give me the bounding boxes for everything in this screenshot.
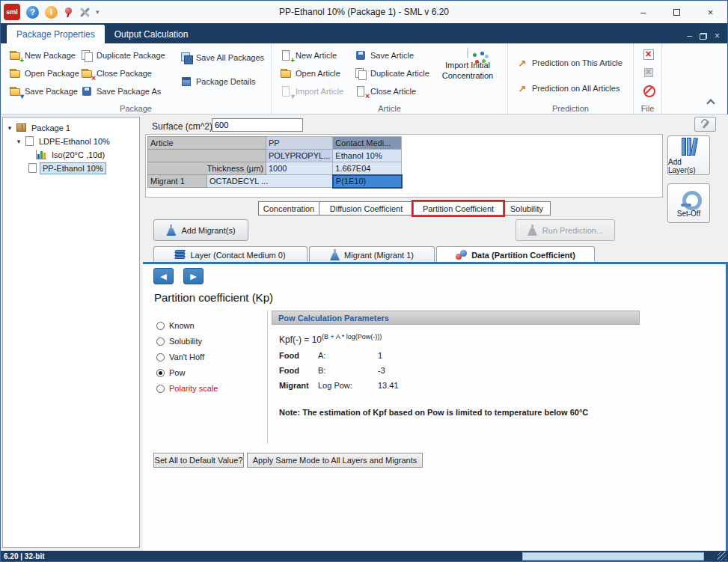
prediction-this-article-button[interactable]: ↗ Prediction on This Article <box>513 54 630 72</box>
grid-thickness-contact-cell[interactable]: 1.667E04 <box>333 162 402 175</box>
set-default-button[interactable]: Set All to Default Value? <box>153 453 244 468</box>
formula-base: Kpf(-) = 10 <box>279 335 322 345</box>
radio-known[interactable]: Known <box>156 320 195 332</box>
grid-partition-selected-cell[interactable]: P(1E10) <box>333 175 402 188</box>
package-details-button[interactable]: Package Details <box>177 73 268 91</box>
file-close-icon[interactable] <box>643 49 655 61</box>
info-icon[interactable]: i <box>45 6 58 19</box>
import-initial-concentration-icon <box>467 47 468 59</box>
maximize-icon[interactable] <box>660 1 694 23</box>
import-article-button[interactable]: ▾ Import Article <box>276 82 351 100</box>
duplicate-article-button[interactable]: Duplicate Article <box>351 64 435 82</box>
tab-output-calculation[interactable]: Output Calculation <box>105 25 198 43</box>
param-value: 13.41 <box>378 381 399 390</box>
ribbon-group-file: File <box>634 43 662 114</box>
radio-polarity-scale[interactable]: Polarity scale <box>156 382 218 394</box>
radio-solubility[interactable]: Solubility <box>156 335 202 347</box>
expander-icon[interactable]: ▾ <box>15 138 22 145</box>
close-package-button[interactable]: × Close Package <box>77 64 177 82</box>
resize-grip[interactable] <box>718 552 727 561</box>
tree-item-iso[interactable]: Iso(20°C ,10d) <box>36 148 107 161</box>
new-package-button[interactable]: + New Package <box>5 46 77 64</box>
grid-migrant-name-cell[interactable]: OCTADECYL ... <box>207 175 333 188</box>
page-title: Partition coefficient (Kp) <box>154 291 273 304</box>
close-package-label: Close Package <box>97 69 152 78</box>
close-article-button[interactable]: × Close Article <box>351 82 435 100</box>
prediction-all-articles-button[interactable]: ↗ Prediction on All Articles <box>513 79 630 97</box>
open-package-button[interactable]: Open Package <box>5 64 77 82</box>
tab-partition-coefficient[interactable]: Partition Coefficient <box>413 201 504 216</box>
surface-input[interactable] <box>212 118 303 132</box>
radio-solubility-icon[interactable] <box>156 337 165 346</box>
subtab-data[interactable]: Data (Partition Coefficient) <box>436 246 595 263</box>
mdi-restore-icon[interactable] <box>700 33 707 40</box>
save-package-as-button[interactable]: Save Package As <box>77 82 177 100</box>
duplicate-package-button[interactable]: Duplicate Package <box>77 46 177 64</box>
radio-polarity-scale-icon[interactable] <box>156 385 165 393</box>
pin-icon[interactable] <box>64 7 73 16</box>
tree-item-package1[interactable]: ▾ Package 1 <box>6 121 73 134</box>
save-all-packages-button[interactable]: Save All Packages <box>177 49 268 67</box>
collapse-ribbon-icon[interactable] <box>707 98 714 105</box>
tree-item-pp-selected[interactable]: PP-Ethanol 10% <box>28 162 106 174</box>
grid-pp-header[interactable]: PP <box>266 137 333 150</box>
subtab-migrant[interactable]: Migrant (Migrant 1) <box>309 246 435 263</box>
set-off-button[interactable]: Set-Off <box>667 183 710 223</box>
radio-pow-icon[interactable] <box>156 369 165 377</box>
tab-diffusion-coefficient[interactable]: Diffusion Coefficient <box>319 201 414 216</box>
radio-pow[interactable]: Pow <box>156 367 185 379</box>
mdi-window-controls: – × <box>687 31 727 43</box>
tree-item-label: LDPE-Ethanol 10% <box>37 136 112 147</box>
apply-same-mode-button[interactable]: Apply Same Mode to All Layers and Migran… <box>247 453 423 468</box>
import-initial-concentration-label: Import Initial Concentration <box>435 61 501 82</box>
radio-vant-hoff[interactable]: Van't Hoff <box>156 351 204 363</box>
file-cancel-icon[interactable] <box>643 85 655 97</box>
grid-empty-cell[interactable] <box>148 150 266 162</box>
save-article-button[interactable]: Save Article <box>351 46 435 64</box>
expander-icon[interactable]: ▾ <box>6 124 13 132</box>
subtab-migrant-label: Migrant (Migrant 1) <box>344 251 414 260</box>
grid-material-contact-cell[interactable]: Ethanol 10% <box>333 150 402 162</box>
prediction-all-articles-label: Prediction on All Articles <box>532 84 620 93</box>
grid-header-row: Article PP Contact Medi... <box>148 137 402 150</box>
forward-button[interactable]: ▶ <box>183 268 204 284</box>
grid-material-pp-cell[interactable]: POLYPROPYL... <box>266 150 333 162</box>
layers-book-icon <box>680 136 698 156</box>
add-migrants-button[interactable]: Add Migrant(s) <box>153 219 248 241</box>
save-package-button[interactable]: ▾ Save Package <box>5 82 77 100</box>
grid-settings-button[interactable] <box>694 117 716 132</box>
grid-thickness-pp-cell[interactable]: 1000 <box>266 162 333 175</box>
radio-known-icon[interactable] <box>156 322 165 330</box>
mdi-close-icon[interactable]: × <box>715 31 720 40</box>
open-article-button[interactable]: Open Article <box>276 64 351 82</box>
back-button[interactable]: ◀ <box>153 268 174 284</box>
import-initial-concentration-button[interactable]: Import Initial Concentration <box>435 48 501 82</box>
add-layers-button[interactable]: Add Layer(s) <box>667 135 710 175</box>
help-icon[interactable]: ? <box>26 6 39 19</box>
run-prediction-button[interactable]: Run Prediction... <box>516 219 615 241</box>
param-row-logpow: Migrant Log Pow: 13.41 <box>279 381 399 390</box>
mdi-minimize-icon[interactable]: – <box>687 31 692 40</box>
tree-item-ldpe[interactable]: ▾ LDPE-Ethanol 10% <box>15 135 112 147</box>
set-off-label: Set-Off <box>677 210 701 218</box>
tab-concentration[interactable]: Concentration <box>258 201 319 216</box>
save-package-as-icon <box>81 85 93 97</box>
grid-contact-header[interactable]: Contact Medi... <box>333 137 402 150</box>
grid-article-header[interactable]: Article <box>148 137 266 150</box>
toolbar-dropdown-icon[interactable]: ▾ <box>96 8 100 16</box>
close-icon[interactable]: × <box>694 1 727 23</box>
tab-package-properties[interactable]: Package Properties <box>7 25 105 43</box>
subtab-layer[interactable]: Layer (Contact Medium 0) <box>153 246 308 263</box>
tab-solubility[interactable]: Solubility <box>503 201 551 216</box>
grid-migrant-header[interactable]: Migrant 1 <box>148 175 207 188</box>
temperature-note: Note: The estimation of Kpf based on Pow… <box>279 408 588 417</box>
minimize-icon[interactable]: – <box>626 1 660 23</box>
file-disabled-icon[interactable] <box>643 67 655 79</box>
tools-icon[interactable] <box>79 7 90 18</box>
package-details-icon <box>180 76 192 88</box>
surface-label: Surface (cm^2) <box>152 121 212 132</box>
grid-thickness-header[interactable]: Thickness (µm) <box>148 162 266 175</box>
radio-vant-hoff-icon[interactable] <box>156 353 165 361</box>
horizontal-scrollbar[interactable] <box>522 552 704 561</box>
new-article-button[interactable]: + New Article <box>276 46 351 64</box>
